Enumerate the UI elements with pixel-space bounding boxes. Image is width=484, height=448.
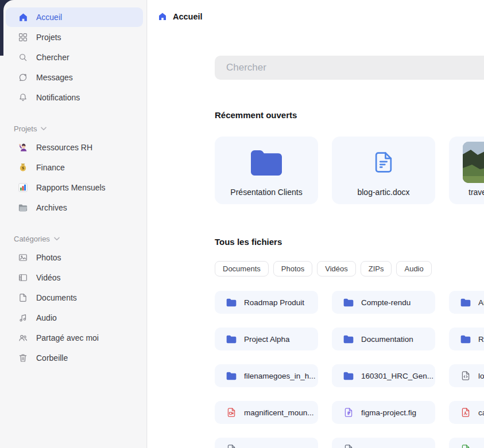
file-tile[interactable]	[449, 438, 484, 448]
sidebar-item-projets[interactable]: Projets	[6, 28, 143, 47]
sidebar-item-label: Messages	[36, 73, 73, 82]
trash-icon	[17, 352, 29, 364]
file-tile-label: Compte-rendu	[361, 298, 411, 307]
breadcrumb-label: Accueil	[173, 12, 203, 21]
gray-document-file-icon	[226, 443, 237, 448]
filter-chip-zips[interactable]: ZIPs	[361, 261, 392, 276]
sidebar-section-projets[interactable]: Projets	[3, 124, 146, 133]
gray-folder-emoji	[17, 202, 29, 213]
file-tile-label: magnificent_moun...	[244, 408, 314, 417]
sidebar-item-label: Accueil	[36, 13, 62, 22]
sidebar-item-accueil[interactable]: Accueil	[6, 7, 143, 27]
sidebar-item-label: Audio	[36, 313, 57, 322]
breadcrumb[interactable]: Accueil	[157, 11, 484, 22]
bar-chart-emoji	[17, 182, 29, 193]
search-input[interactable]	[215, 56, 484, 80]
filter-chip-videos[interactable]: Vidéos	[317, 261, 356, 276]
sidebar-item-finance[interactable]: $ Finance	[6, 158, 143, 177]
document-file-icon	[332, 137, 435, 188]
file-tile-label: ca	[478, 408, 484, 417]
sidebar-item-corbeille[interactable]: Corbeille	[6, 348, 143, 368]
chat-icon	[17, 72, 29, 83]
file-tile[interactable]: Compte-rendu	[332, 291, 435, 314]
sidebar-item-partage-avec-moi[interactable]: Partagé avec moi	[6, 328, 143, 348]
svg-text:$: $	[22, 166, 25, 170]
sidebar-item-label: Partagé avec moi	[36, 333, 99, 342]
sidebar-section-categories[interactable]: Catégories	[3, 235, 146, 243]
people-icon	[17, 332, 29, 344]
file-tile[interactable]: 160301_HRC_Gen...	[332, 364, 435, 387]
sidebar-item-photos[interactable]: Photos	[6, 248, 143, 267]
bell-icon	[17, 92, 29, 103]
home-icon	[157, 11, 168, 22]
folder-icon	[343, 370, 354, 381]
document-icon	[17, 292, 29, 303]
recent-section-title: Récemment ouverts	[215, 110, 484, 120]
main-content: Récemment ouverts Présentation Clients b…	[215, 56, 484, 448]
sidebar-item-documents[interactable]: Documents	[6, 288, 143, 307]
file-tile-label: Art	[478, 298, 484, 307]
file-tile[interactable]: magnificent_moun...	[215, 401, 318, 424]
sidebar-item-label: Photos	[36, 253, 61, 262]
sidebar-item-notifications[interactable]: Notifications	[6, 88, 143, 107]
sidebar-item-archives[interactable]: Archives	[6, 198, 143, 217]
sidebar-item-chercher[interactable]: Chercher	[6, 48, 143, 67]
file-tile[interactable]: Project Alpha	[215, 328, 318, 350]
filter-chip-audio[interactable]: Audio	[396, 261, 431, 276]
code-file-icon	[460, 370, 471, 381]
file-grid: Roadmap Produit Compte-rendu Art Project…	[215, 291, 484, 448]
pdf-file-icon	[460, 407, 471, 418]
search-icon	[17, 52, 29, 63]
figma-file-icon	[343, 407, 354, 418]
folder-icon	[460, 333, 471, 345]
recent-card-label: Présentation Clients	[230, 188, 302, 197]
file-tile[interactable]: figma-project.fig	[332, 401, 435, 424]
file-tile[interactable]: lor	[449, 364, 484, 387]
folder-icon	[460, 297, 471, 308]
sidebar-item-label: Corbeille	[36, 353, 68, 363]
folder-icon	[226, 370, 237, 381]
gray-document-file-icon	[343, 443, 354, 448]
file-tile[interactable]: ca	[449, 401, 484, 424]
recent-card-image[interactable]: trave	[449, 137, 484, 204]
all-files-section-title: Tous les fichiers	[215, 237, 484, 247]
file-tile[interactable]: Rea	[449, 328, 484, 350]
recent-card-folder[interactable]: Présentation Clients	[215, 137, 318, 204]
sidebar-item-label: Vidéos	[36, 273, 61, 282]
filter-chips: Documents Photos Vidéos ZIPs Audio	[215, 261, 484, 276]
file-tile-label: filenamegoes_in_h...	[244, 372, 316, 380]
file-tile[interactable]: Documentation	[332, 328, 435, 350]
folder-icon	[226, 333, 237, 345]
recent-card-label: trave	[449, 188, 484, 197]
file-tile[interactable]: Roadmap Produit	[215, 291, 318, 314]
sidebar-item-audio[interactable]: Audio	[6, 308, 143, 328]
sidebar-item-videos[interactable]: Vidéos	[6, 268, 143, 287]
file-tile[interactable]	[332, 438, 435, 448]
filter-chip-photos[interactable]: Photos	[273, 261, 312, 276]
file-tile[interactable]: filenamegoes_in_h...	[215, 364, 318, 387]
sidebar-item-ressources-rh[interactable]: Ressources RH	[6, 138, 143, 157]
sidebar-item-label: Rapports Mensuels	[36, 183, 106, 192]
section-label-text: Catégories	[14, 235, 50, 243]
recent-card-document[interactable]: blog-artic.docx	[332, 137, 435, 204]
person-raising-hand-emoji	[17, 142, 29, 153]
filter-chip-documents[interactable]: Documents	[215, 261, 269, 276]
file-tile[interactable]: Art	[449, 291, 484, 314]
file-tile-label: Project Alpha	[244, 335, 290, 344]
sidebar-item-messages[interactable]: Messages	[6, 68, 143, 87]
recent-card-label: blog-artic.docx	[357, 188, 409, 197]
sidebar-item-rapports-mensuels[interactable]: Rapports Mensuels	[6, 178, 143, 197]
file-tile[interactable]	[215, 438, 318, 448]
sidebar-item-label: Archives	[36, 203, 67, 212]
landscape-thumbnail	[449, 137, 484, 188]
sidebar-item-label: Notifications	[36, 93, 80, 102]
file-tile-label: Documentation	[361, 335, 413, 344]
money-bag-emoji: $	[17, 162, 29, 173]
file-tile-label: 160301_HRC_Gen...	[361, 372, 433, 380]
recent-cards: Présentation Clients blog-artic.docx tra…	[215, 137, 484, 204]
sidebar-item-label: Chercher	[36, 53, 69, 62]
sidebar-item-label: Projets	[36, 33, 61, 42]
file-tile-label: lor	[478, 372, 484, 380]
sidebar-item-label: Ressources RH	[36, 143, 92, 152]
sidebar: Accueil Projets Chercher Messages Notifi…	[3, 0, 147, 448]
